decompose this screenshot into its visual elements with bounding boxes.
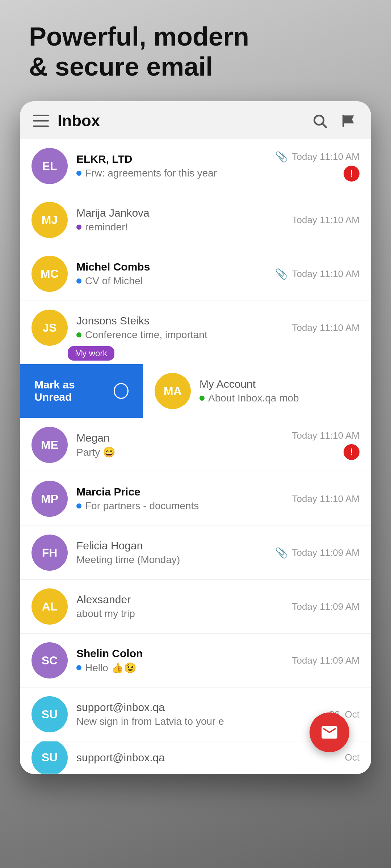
svg-line-1 bbox=[323, 124, 326, 127]
email-meta: Today 11:10 AM bbox=[292, 493, 360, 505]
email-meta: Oct bbox=[345, 752, 360, 763]
avatar: FH bbox=[31, 535, 68, 571]
email-content: My Account About Inbox.qa mob bbox=[199, 378, 360, 404]
email-item[interactable]: MJ Marija Jankova reminder! Today 11:10 … bbox=[20, 193, 371, 247]
email-time: Today 11:09 AM bbox=[292, 655, 360, 666]
email-time: Today 11:10 AM bbox=[292, 430, 360, 441]
email-sender: support@inbox.qa bbox=[76, 701, 323, 714]
email-content: Jonsons Steiks Conference time, importan… bbox=[76, 315, 286, 341]
avatar: MJ bbox=[31, 202, 68, 238]
email-content: support@inbox.qa New sign in from Latvia… bbox=[76, 701, 323, 727]
email-sender: Marija Jankova bbox=[76, 207, 286, 219]
alert-badge: ! bbox=[344, 444, 360, 460]
email-subject-row: Party 😄 bbox=[76, 446, 286, 458]
email-subject: Meeting time (Monday) bbox=[76, 554, 180, 566]
avatar: EL bbox=[31, 148, 68, 184]
email-meta: Today 11:10 AM bbox=[292, 322, 360, 333]
flag-button[interactable] bbox=[339, 111, 358, 130]
email-content: Marcia Price For partners - documents bbox=[76, 486, 286, 512]
email-item[interactable]: ME Megan Party 😄 Today 11:10 AM ! bbox=[20, 418, 371, 472]
avatar: MP bbox=[31, 481, 68, 517]
email-subject-row: about my trip bbox=[76, 608, 286, 620]
email-subject: Hello 👍😉 bbox=[85, 662, 136, 674]
email-subject: reminder! bbox=[85, 221, 128, 233]
email-meta: Today 11:10 AM ! bbox=[292, 430, 360, 460]
email-subject: New sign in from Latvia to your e bbox=[76, 716, 224, 727]
email-subject: About Inbox.qa mob bbox=[208, 392, 299, 404]
email-tag: My work bbox=[68, 346, 114, 361]
email-subject: For partners - documents bbox=[85, 500, 199, 512]
inbox-title: Inbox bbox=[58, 112, 310, 130]
email-content: ELKR, LTD Frw: agreements for this year bbox=[76, 153, 269, 179]
unread-dot bbox=[76, 278, 81, 284]
email-time: Today 11:10 AM bbox=[292, 322, 360, 333]
menu-button[interactable] bbox=[33, 115, 49, 127]
email-time: Today 11:09 AM bbox=[292, 547, 360, 558]
email-meta: Today 11:10 AM bbox=[292, 214, 360, 226]
email-sender: Michel Combs bbox=[76, 261, 269, 273]
search-button[interactable] bbox=[310, 111, 329, 130]
unread-dot bbox=[199, 396, 205, 401]
unread-dot bbox=[76, 332, 81, 337]
email-item[interactable]: MP Marcia Price For partners - documents… bbox=[20, 472, 371, 526]
email-item[interactable]: FH Felicia Hogan Meeting time (Monday) 📎… bbox=[20, 526, 371, 580]
email-item[interactable]: MA My Account About Inbox.qa mob bbox=[143, 364, 371, 418]
unread-dot bbox=[76, 665, 81, 670]
avatar: JS bbox=[31, 310, 68, 346]
mark-unread-action[interactable]: Mark as Unread bbox=[20, 364, 143, 418]
email-content: support@inbox.qa bbox=[76, 752, 339, 764]
unread-dot bbox=[76, 225, 81, 230]
inbox-header: Inbox bbox=[20, 101, 371, 139]
hero-title: Powerful, modern & secure email bbox=[29, 22, 253, 82]
email-subject: Frw: agreements for this year bbox=[85, 167, 217, 179]
email-meta: 📎 Today 11:10 AM ! bbox=[275, 151, 360, 182]
email-subject-row: Hello 👍😉 bbox=[76, 662, 286, 674]
email-subject-row: For partners - documents bbox=[76, 500, 286, 512]
header-actions bbox=[310, 111, 358, 130]
email-sender: support@inbox.qa bbox=[76, 752, 339, 764]
avatar: SU bbox=[31, 741, 68, 774]
avatar: ME bbox=[31, 427, 68, 463]
avatar: SC bbox=[31, 642, 68, 678]
email-meta: 📎 Today 11:10 AM bbox=[275, 268, 360, 280]
email-subject-row: Frw: agreements for this year bbox=[76, 167, 269, 179]
email-meta: 📎 Today 11:09 AM bbox=[275, 547, 360, 559]
tag-row: My work bbox=[20, 346, 371, 364]
swipe-row: Mark as Unread MA My Account About Inbox… bbox=[20, 364, 371, 418]
phone-card: Inbox EL ELKR, LTD bbox=[20, 101, 371, 774]
avatar: SU bbox=[31, 696, 68, 732]
email-item[interactable]: AL Alexsander about my trip Today 11:09 … bbox=[20, 580, 371, 634]
email-sender: Marcia Price bbox=[76, 486, 286, 498]
email-meta: Today 11:09 AM bbox=[292, 655, 360, 666]
email-time: Today 11:10 AM bbox=[292, 214, 360, 226]
email-item[interactable]: EL ELKR, LTD Frw: agreements for this ye… bbox=[20, 139, 371, 193]
email-subject-row: reminder! bbox=[76, 221, 286, 233]
email-time: Today 11:10 AM bbox=[292, 493, 360, 505]
email-time: Today 11:10 AM bbox=[292, 151, 360, 162]
attachment-icon: 📎 bbox=[275, 151, 288, 163]
attachment-icon: 📎 bbox=[275, 268, 288, 280]
email-sender: Jonsons Steiks bbox=[76, 315, 286, 327]
email-time: Today 11:09 AM bbox=[292, 601, 360, 612]
swipe-circle-icon bbox=[114, 383, 129, 399]
email-sender: Felicia Hogan bbox=[76, 540, 269, 552]
email-item[interactable]: SC Shelin Colon Hello 👍😉 Today 11:09 AM bbox=[20, 634, 371, 688]
compose-button[interactable] bbox=[310, 712, 349, 752]
email-subject-row: Conference time, important bbox=[76, 329, 286, 341]
email-subject: CV of Michel bbox=[85, 275, 143, 287]
unread-dot bbox=[76, 503, 81, 509]
swipe-action-label: Mark as Unread bbox=[34, 379, 108, 403]
avatar: MA bbox=[155, 373, 191, 409]
email-sender: Shelin Colon bbox=[76, 647, 286, 660]
email-sender: Megan bbox=[76, 432, 286, 444]
avatar: AL bbox=[31, 588, 68, 625]
email-time: Oct bbox=[345, 752, 360, 763]
email-content: Michel Combs CV of Michel bbox=[76, 261, 269, 287]
alert-badge: ! bbox=[344, 166, 360, 182]
email-subject: about my trip bbox=[76, 608, 135, 620]
email-item[interactable]: JS Jonsons Steiks Conference time, impor… bbox=[20, 301, 371, 346]
email-meta: Today 11:09 AM bbox=[292, 601, 360, 612]
email-item[interactable]: MC Michel Combs CV of Michel 📎 Today 11:… bbox=[20, 247, 371, 301]
attachment-icon: 📎 bbox=[275, 547, 288, 559]
email-content: Alexsander about my trip bbox=[76, 593, 286, 620]
